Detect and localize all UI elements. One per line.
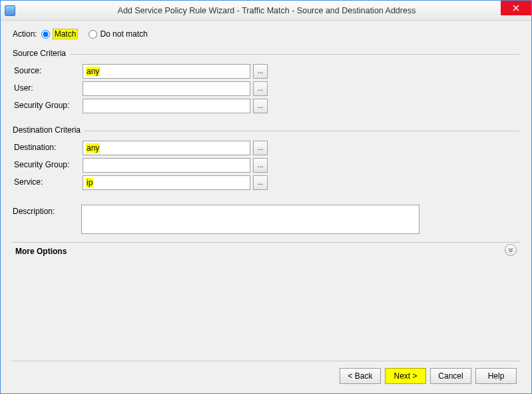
action-row: Action: Match Do not match xyxy=(13,29,521,39)
service-input[interactable]: ip xyxy=(83,175,250,190)
action-label: Action: xyxy=(13,29,37,39)
spacer xyxy=(11,261,521,361)
more-options-section: More Options xyxy=(11,242,521,256)
next-button[interactable]: Next > xyxy=(385,368,426,384)
close-button[interactable] xyxy=(501,1,531,15)
source-criteria-legend: Source Criteria xyxy=(13,49,70,58)
service-row: Service: ip ... xyxy=(13,175,519,190)
user-label: User: xyxy=(13,81,83,93)
radio-nomatch-label: Do not match xyxy=(100,29,147,39)
dst-secgroup-input[interactable] xyxy=(83,158,250,173)
description-label: Description: xyxy=(11,205,81,216)
user-input[interactable] xyxy=(83,81,250,96)
radio-nomatch-input[interactable] xyxy=(89,30,97,39)
wizard-window: Add Service Policy Rule Wizard - Traffic… xyxy=(0,0,532,394)
src-secgroup-input[interactable] xyxy=(83,99,250,113)
footer-buttons: < Back Next > Cancel Help xyxy=(11,361,521,388)
more-options-label: More Options xyxy=(11,247,67,256)
dest-browse-button[interactable]: ... xyxy=(253,141,268,155)
content-area: Action: Match Do not match Source Criter… xyxy=(1,21,531,393)
source-criteria-group: Source Criteria Source: any ... User: ..… xyxy=(13,54,519,116)
dest-criteria-group: Destination Criteria Destination: any ..… xyxy=(13,131,519,193)
dst-secgroup-browse-button[interactable]: ... xyxy=(253,158,268,173)
back-button[interactable]: < Back xyxy=(340,368,381,384)
source-label: Source: xyxy=(13,64,83,75)
source-row: Source: any ... xyxy=(13,64,519,79)
radio-match[interactable]: Match xyxy=(41,29,79,39)
titlebar: Add Service Policy Rule Wizard - Traffic… xyxy=(1,1,531,21)
window-controls xyxy=(501,1,531,15)
chevron-down-icon xyxy=(507,247,514,253)
close-icon xyxy=(513,5,519,11)
description-input[interactable] xyxy=(81,205,419,234)
dest-input[interactable]: any xyxy=(83,141,250,155)
radio-nomatch[interactable]: Do not match xyxy=(89,29,147,39)
help-button[interactable]: Help xyxy=(475,368,517,384)
radio-match-input[interactable] xyxy=(41,30,50,39)
service-browse-button[interactable]: ... xyxy=(253,175,268,190)
src-secgroup-label: Security Group: xyxy=(13,99,83,110)
dst-secgroup-row: Security Group: ... xyxy=(13,158,519,173)
service-label: Service: xyxy=(13,175,83,187)
more-options-expand-button[interactable] xyxy=(505,244,517,256)
src-secgroup-browse-button[interactable]: ... xyxy=(253,99,268,113)
radio-match-label: Match xyxy=(53,29,79,39)
user-row: User: ... xyxy=(13,81,519,96)
dest-row: Destination: any ... xyxy=(13,141,519,155)
user-browse-button[interactable]: ... xyxy=(253,81,268,96)
src-secgroup-row: Security Group: ... xyxy=(13,99,519,113)
dest-criteria-legend: Destination Criteria xyxy=(13,125,85,135)
dst-secgroup-label: Security Group: xyxy=(13,158,83,169)
source-browse-button[interactable]: ... xyxy=(253,64,268,79)
app-icon xyxy=(5,5,15,16)
window-title: Add Service Policy Rule Wizard - Traffic… xyxy=(15,6,531,15)
cancel-button[interactable]: Cancel xyxy=(430,368,471,384)
description-row: Description: xyxy=(11,205,521,234)
dest-label: Destination: xyxy=(13,141,83,152)
source-input[interactable]: any xyxy=(83,64,250,79)
